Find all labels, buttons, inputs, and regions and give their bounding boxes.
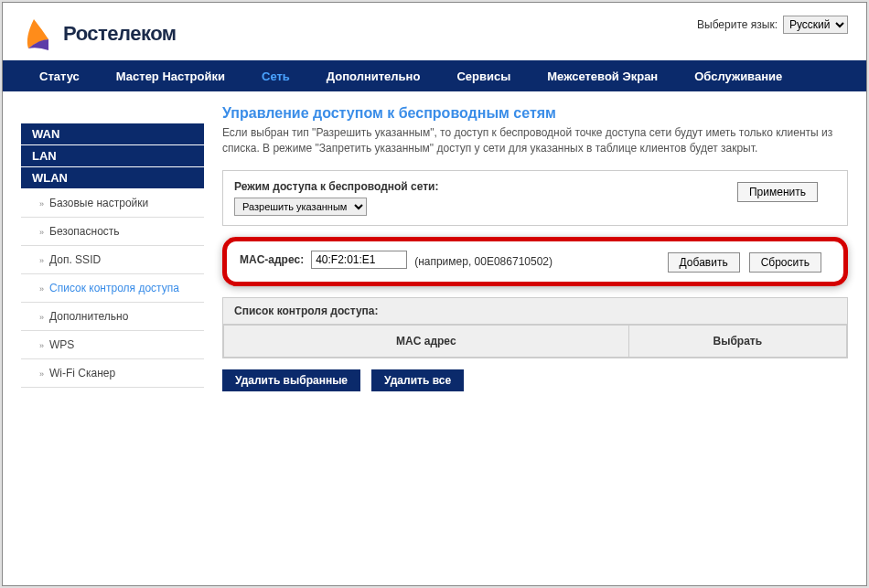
sidebar-item-wps[interactable]: »WPS [21, 331, 204, 359]
navbar: Статус Мастер Настройки Сеть Дополнитель… [3, 60, 866, 91]
chevron-icon: » [39, 341, 44, 350]
mode-panel-head: Режим доступа к беспроводной сети: [234, 180, 438, 198]
nav-maintenance[interactable]: Обслуживание [676, 60, 800, 91]
page-title: Управление доступом к беспроводным сетям [222, 105, 848, 122]
col-select: Выбрать [628, 325, 846, 357]
mode-select[interactable]: Разрешить указанным [234, 198, 367, 216]
acl-table: MAC адрес Выбрать [223, 325, 847, 358]
col-mac: MAC адрес [224, 325, 629, 357]
table-header-row: MAC адрес Выбрать [224, 325, 847, 357]
sidebar-item-security[interactable]: »Безопасность [21, 218, 204, 246]
language-select[interactable]: Русский [783, 16, 848, 34]
logo-area: Ростелеком [21, 12, 177, 56]
language-area: Выберите язык: Русский [697, 16, 848, 34]
sidebar-cat-wlan[interactable]: WLAN [21, 167, 204, 189]
main-window: Ростелеком Выберите язык: Русский Статус… [2, 2, 867, 586]
chevron-icon: » [39, 199, 44, 208]
acl-panel: Список контроля доступа: MAC адрес Выбра… [222, 297, 848, 358]
nav-status[interactable]: Статус [21, 60, 98, 91]
sidebar-item-label: Дополнительно [49, 310, 128, 323]
action-row: Удалить выбранные Удалить все [222, 369, 848, 391]
mac-label: MAC-адрес: [240, 251, 304, 266]
mac-entry-panel: MAC-адрес: (например, 00E086710502) Доба… [222, 237, 848, 286]
nav-wizard[interactable]: Мастер Настройки [98, 60, 243, 91]
sidebar: WAN LAN WLAN »Базовые настройки »Безопас… [21, 123, 204, 391]
sidebar-item-scanner[interactable]: »Wi-Fi Сканер [21, 359, 204, 388]
mac-input[interactable] [311, 251, 407, 269]
sidebar-item-ssid[interactable]: »Доп. SSID [21, 246, 204, 274]
sidebar-item-label: Wi-Fi Сканер [49, 367, 115, 380]
chevron-icon: » [39, 228, 44, 237]
mode-panel: Режим доступа к беспроводной сети: Разре… [222, 170, 848, 226]
nav-network[interactable]: Сеть [243, 60, 308, 91]
nav-services[interactable]: Сервисы [438, 60, 529, 91]
chevron-icon: » [39, 369, 44, 379]
sidebar-item-label: Доп. SSID [49, 253, 101, 266]
chevron-icon: » [39, 284, 44, 294]
chevron-icon: » [39, 313, 44, 322]
nav-advanced[interactable]: Дополнительно [308, 60, 439, 91]
header: Ростелеком Выберите язык: Русский [3, 3, 866, 60]
content: WAN LAN WLAN »Базовые настройки »Безопас… [3, 91, 866, 405]
logo-text: Ростелеком [63, 22, 177, 46]
sidebar-item-advanced[interactable]: »Дополнительно [21, 303, 204, 331]
language-label: Выберите язык: [697, 18, 778, 31]
sidebar-item-label: WPS [49, 338, 74, 351]
sidebar-item-label: Безопасность [49, 225, 120, 238]
sidebar-item-basic[interactable]: »Базовые настройки [21, 189, 204, 218]
nav-firewall[interactable]: Межсетевой Экран [529, 60, 676, 91]
main-area: Управление доступом к беспроводным сетям… [222, 105, 848, 391]
sidebar-item-label: Список контроля доступа [49, 282, 179, 294]
sidebar-cat-wan[interactable]: WAN [21, 123, 204, 145]
delete-selected-button[interactable]: Удалить выбранные [222, 369, 360, 391]
add-button[interactable]: Добавить [668, 252, 740, 273]
delete-all-button[interactable]: Удалить все [371, 369, 464, 391]
rostelecom-logo-icon [21, 12, 56, 56]
sidebar-item-label: Базовые настройки [49, 197, 148, 209]
chevron-icon: » [39, 256, 44, 265]
sidebar-item-acl[interactable]: »Список контроля доступа [21, 274, 204, 303]
apply-button[interactable]: Применить [737, 182, 818, 202]
reset-button[interactable]: Сбросить [749, 252, 821, 273]
acl-panel-head: Список контроля доступа: [223, 298, 847, 325]
page-description: Если выбран тип "Разрешить указанным", т… [222, 125, 848, 156]
mac-hint: (например, 00E086710502) [414, 251, 553, 270]
sidebar-cat-lan[interactable]: LAN [21, 145, 204, 167]
